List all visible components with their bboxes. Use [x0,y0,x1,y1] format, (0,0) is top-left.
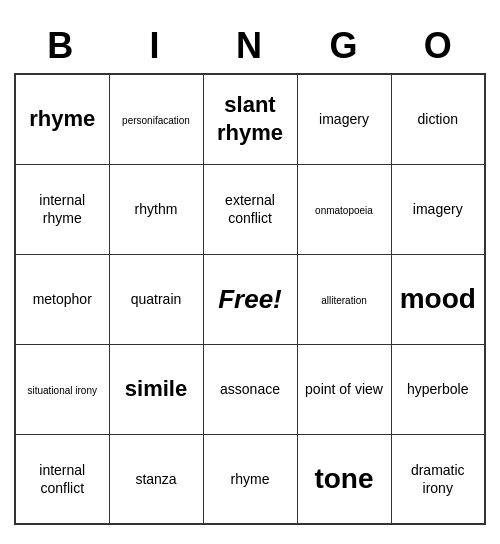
bingo-cell: slant rhyme [203,74,297,164]
table-row: metophorquatrainFree!alliterationmood [15,254,485,344]
cell-label: point of view [305,381,383,397]
bingo-cell: internal rhyme [15,164,109,254]
cell-label: rhyme [29,106,95,131]
cell-label: tone [314,463,373,494]
bingo-cell: external conflict [203,164,297,254]
cell-label: onmatopoeia [315,205,373,216]
bingo-cell: onmatopoeia [297,164,391,254]
header-letter: I [108,19,202,73]
cell-label: internal rhyme [39,192,85,226]
bingo-cell: rhythm [109,164,203,254]
bingo-cell: quatrain [109,254,203,344]
bingo-cell: tone [297,434,391,524]
table-row: internal rhymerhythmexternal conflictonm… [15,164,485,254]
bingo-cell: assonace [203,344,297,434]
cell-label: simile [125,376,187,401]
bingo-cell: metophor [15,254,109,344]
header-letter: G [297,19,391,73]
bingo-cell: personifacation [109,74,203,164]
cell-label: hyperbole [407,381,469,397]
cell-label: imagery [319,111,369,127]
bingo-cell: diction [391,74,485,164]
header-letter: O [392,19,486,73]
cell-label: rhythm [135,201,178,217]
cell-label: external conflict [225,192,275,226]
cell-label: stanza [135,471,176,487]
cell-label: metophor [33,291,92,307]
bingo-cell: internal conflict [15,434,109,524]
bingo-cell: situational irony [15,344,109,434]
cell-label: situational irony [28,385,97,396]
cell-label: internal conflict [39,462,85,496]
cell-label: personifacation [122,115,190,126]
bingo-cell: alliteration [297,254,391,344]
bingo-cell: mood [391,254,485,344]
bingo-grid: rhymepersonifacationslant rhymeimagerydi… [14,73,486,525]
cell-label: imagery [413,201,463,217]
bingo-cell: Free! [203,254,297,344]
cell-label: alliteration [321,295,367,306]
bingo-cell: point of view [297,344,391,434]
table-row: rhymepersonifacationslant rhymeimagerydi… [15,74,485,164]
bingo-cell: rhyme [203,434,297,524]
cell-label: mood [400,283,476,314]
cell-label: dramatic irony [411,462,465,496]
table-row: internal conflictstanzarhymetonedramatic… [15,434,485,524]
cell-label: assonace [220,381,280,397]
cell-label: quatrain [131,291,182,307]
bingo-header: BINGO [14,19,486,73]
bingo-cell: stanza [109,434,203,524]
bingo-cell: imagery [297,74,391,164]
cell-label: rhyme [231,471,270,487]
bingo-cell: rhyme [15,74,109,164]
table-row: situational ironysimileassonacepoint of … [15,344,485,434]
bingo-cell: imagery [391,164,485,254]
header-letter: B [14,19,108,73]
cell-label: diction [418,111,458,127]
cell-label: slant rhyme [217,92,283,146]
bingo-cell: hyperbole [391,344,485,434]
header-letter: N [203,19,297,73]
bingo-cell: simile [109,344,203,434]
bingo-cell: dramatic irony [391,434,485,524]
cell-label: Free! [218,284,282,314]
